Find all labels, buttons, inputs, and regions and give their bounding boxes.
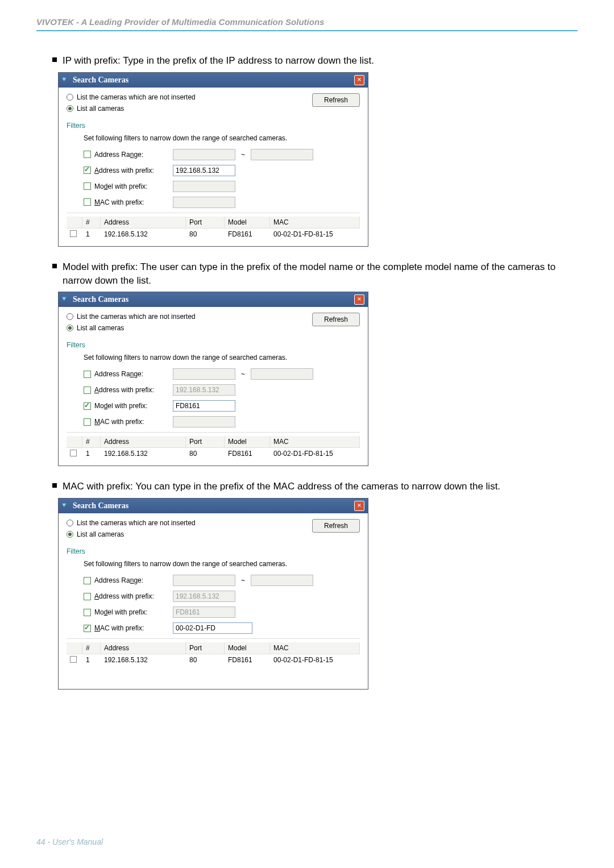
filters-heading: Filters — [67, 547, 360, 555]
range-tilde: ~ — [241, 576, 245, 584]
close-icon[interactable]: × — [354, 501, 364, 511]
dialog-title: Search Cameras — [73, 76, 128, 85]
refresh-button[interactable]: Refresh — [312, 313, 360, 326]
addr-range-label: Address Range: — [94, 576, 173, 584]
search-cameras-dialog: Search Cameras × List the cameras which … — [58, 498, 368, 690]
filters-heading: Filters — [67, 341, 360, 349]
app-icon — [62, 502, 70, 509]
section-text: Model with prefix: The user can type in … — [63, 260, 578, 288]
range-tilde: ~ — [241, 151, 245, 159]
addr-prefix-label: Address with prefix: — [94, 592, 173, 600]
bullet-icon — [52, 483, 57, 488]
mac-prefix-label: MAC with prefix: — [94, 624, 173, 632]
radio-not-inserted[interactable] — [67, 520, 73, 526]
addr-prefix-input[interactable] — [173, 591, 235, 602]
radio-not-inserted-label: List the cameras which are not inserted — [77, 519, 196, 527]
radio-not-inserted-label: List the cameras which are not inserted — [77, 93, 196, 101]
row-checkbox[interactable] — [70, 230, 77, 237]
filters-heading: Filters — [67, 122, 360, 130]
model-prefix-label: Model with prefix: — [94, 182, 173, 190]
radio-not-inserted[interactable] — [67, 94, 73, 101]
search-cameras-dialog: Search Cameras × List the cameras which … — [58, 72, 368, 247]
model-prefix-checkbox[interactable] — [84, 609, 91, 616]
addr-range-from[interactable] — [173, 575, 235, 586]
dialog-title: Search Cameras — [73, 295, 128, 304]
row-checkbox[interactable] — [70, 656, 77, 663]
mac-prefix-checkbox[interactable] — [84, 198, 91, 206]
filters-desc: Set following filters to narrow down the… — [84, 134, 360, 142]
radio-not-inserted-label: List the cameras which are not inserted — [77, 313, 196, 321]
addr-range-from[interactable] — [173, 149, 235, 160]
table-row[interactable]: 1 192.168.5.132 80 FD8161 00-02-D1-FD-81… — [67, 229, 360, 240]
addr-prefix-label: Address with prefix: — [94, 167, 173, 175]
page-footer: 44 - User's Manual — [36, 837, 103, 846]
radio-all-label: List all cameras — [77, 530, 124, 538]
addr-prefix-input[interactable] — [173, 165, 235, 176]
addr-range-checkbox[interactable] — [84, 577, 91, 584]
model-prefix-label: Model with prefix: — [94, 608, 173, 616]
header-rule — [36, 30, 578, 31]
app-icon — [62, 296, 70, 303]
row-checkbox[interactable] — [70, 450, 77, 456]
filters-desc: Set following filters to narrow down the… — [84, 560, 360, 568]
addr-prefix-checkbox[interactable] — [84, 387, 91, 394]
addr-range-to[interactable] — [251, 149, 313, 160]
mac-prefix-input[interactable] — [173, 416, 235, 427]
dialog-title: Search Cameras — [73, 501, 128, 510]
model-prefix-input[interactable] — [173, 400, 235, 412]
section-text: MAC with prefix: You can type in the pre… — [63, 480, 500, 493]
mac-prefix-checkbox[interactable] — [84, 418, 91, 426]
app-icon — [62, 77, 70, 84]
addr-range-checkbox[interactable] — [84, 371, 91, 378]
search-cameras-dialog: Search Cameras × List the cameras which … — [58, 292, 368, 466]
range-tilde: ~ — [241, 370, 245, 378]
radio-all[interactable] — [67, 531, 73, 538]
mac-prefix-label: MAC with prefix: — [94, 418, 173, 426]
model-prefix-checkbox[interactable] — [84, 182, 91, 190]
radio-all[interactable] — [67, 325, 73, 331]
filters-desc: Set following filters to narrow down the… — [84, 354, 360, 362]
refresh-button[interactable]: Refresh — [312, 93, 360, 107]
mac-prefix-label: MAC with prefix: — [94, 198, 173, 206]
mac-prefix-input[interactable] — [173, 622, 252, 634]
mac-prefix-checkbox[interactable] — [84, 625, 91, 632]
close-icon[interactable]: × — [354, 75, 364, 85]
addr-range-from[interactable] — [173, 368, 235, 380]
table-header: # Address Port Model MAC — [67, 217, 360, 229]
mac-prefix-input[interactable] — [173, 197, 235, 208]
refresh-button[interactable]: Refresh — [312, 519, 360, 533]
addr-prefix-checkbox[interactable] — [84, 167, 91, 174]
addr-range-label: Address Range: — [94, 370, 173, 378]
radio-all[interactable] — [67, 105, 73, 112]
table-header: # Address Port Model MAC — [67, 642, 360, 654]
bullet-icon — [52, 264, 57, 268]
radio-all-label: List all cameras — [77, 324, 124, 332]
table-header: # Address Port Model MAC — [67, 436, 360, 448]
addr-range-checkbox[interactable] — [84, 151, 91, 158]
radio-not-inserted[interactable] — [67, 313, 73, 320]
addr-prefix-input[interactable] — [173, 384, 235, 396]
section-text: IP with prefix: Type in the prefix of th… — [63, 54, 374, 68]
model-prefix-input[interactable] — [173, 181, 235, 192]
close-icon[interactable]: × — [354, 294, 364, 305]
bullet-icon — [52, 57, 57, 62]
page-header: VIVOTEK - A Leading Provider of Multimed… — [36, 17, 578, 30]
addr-range-to[interactable] — [251, 368, 313, 380]
table-row[interactable]: 1 192.168.5.132 80 FD8161 00-02-D1-FD-81… — [67, 448, 360, 460]
model-prefix-checkbox[interactable] — [84, 402, 91, 410]
addr-range-to[interactable] — [251, 575, 313, 586]
addr-prefix-label: Address with prefix: — [94, 386, 173, 394]
model-prefix-label: Model with prefix: — [94, 402, 173, 410]
addr-prefix-checkbox[interactable] — [84, 593, 91, 600]
radio-all-label: List all cameras — [77, 105, 124, 113]
model-prefix-input[interactable] — [173, 607, 235, 618]
addr-range-label: Address Range: — [94, 151, 173, 159]
table-row[interactable]: 1 192.168.5.132 80 FD8161 00-02-D1-FD-81… — [67, 654, 360, 666]
